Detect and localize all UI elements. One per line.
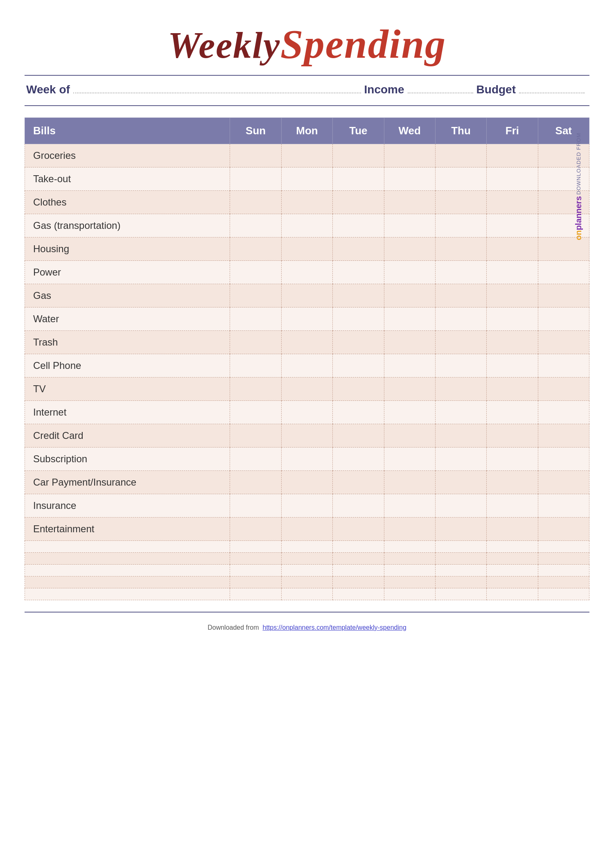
cell-sun[interactable] [230,494,281,518]
cell-tue[interactable] [333,214,384,237]
cell-sat[interactable] [538,576,589,588]
cell-wed[interactable] [384,191,435,214]
cell-thu[interactable] [435,576,486,588]
cell-sat[interactable] [538,565,589,576]
cell-sun[interactable] [230,401,281,424]
cell-mon[interactable] [281,541,332,553]
cell-fri[interactable] [487,331,538,354]
cell-fri[interactable] [487,144,538,167]
cell-sat[interactable] [538,284,589,307]
cell-thu[interactable] [435,541,486,553]
cell-sun[interactable] [230,191,281,214]
cell-fri[interactable] [487,588,538,600]
cell-thu[interactable] [435,565,486,576]
cell-fri[interactable] [487,565,538,576]
footer-url[interactable]: https://onplanners.com/template/weekly-s… [262,624,406,631]
cell-wed[interactable] [384,448,435,471]
cell-wed[interactable] [384,307,435,331]
cell-mon[interactable] [281,307,332,331]
cell-mon[interactable] [281,518,332,541]
cell-thu[interactable] [435,307,486,331]
cell-wed[interactable] [384,424,435,448]
cell-fri[interactable] [487,494,538,518]
cell-sat[interactable] [538,471,589,494]
cell-mon[interactable] [281,377,332,401]
cell-wed[interactable] [384,401,435,424]
cell-tue[interactable] [333,576,384,588]
cell-tue[interactable] [333,261,384,284]
cell-thu[interactable] [435,214,486,237]
cell-sat[interactable] [538,354,589,377]
cell-mon[interactable] [281,553,332,565]
cell-thu[interactable] [435,553,486,565]
cell-tue[interactable] [333,331,384,354]
cell-sun[interactable] [230,144,281,167]
cell-tue[interactable] [333,518,384,541]
cell-wed[interactable] [384,588,435,600]
cell-thu[interactable] [435,518,486,541]
cell-thu[interactable] [435,494,486,518]
cell-wed[interactable] [384,576,435,588]
cell-sun[interactable] [230,377,281,401]
cell-thu[interactable] [435,284,486,307]
cell-wed[interactable] [384,541,435,553]
cell-mon[interactable] [281,471,332,494]
cell-mon[interactable] [281,237,332,261]
cell-sun[interactable] [230,331,281,354]
cell-tue[interactable] [333,424,384,448]
cell-wed[interactable] [384,565,435,576]
cell-sun[interactable] [230,471,281,494]
cell-thu[interactable] [435,471,486,494]
cell-mon[interactable] [281,401,332,424]
cell-sun[interactable] [230,588,281,600]
cell-tue[interactable] [333,284,384,307]
cell-sat[interactable] [538,588,589,600]
cell-thu[interactable] [435,354,486,377]
cell-mon[interactable] [281,494,332,518]
cell-thu[interactable] [435,261,486,284]
cell-tue[interactable] [333,565,384,576]
cell-sat[interactable] [538,401,589,424]
cell-fri[interactable] [487,167,538,191]
cell-fri[interactable] [487,401,538,424]
cell-mon[interactable] [281,588,332,600]
cell-sun[interactable] [230,354,281,377]
cell-fri[interactable] [487,307,538,331]
cell-mon[interactable] [281,167,332,191]
cell-fri[interactable] [487,553,538,565]
cell-tue[interactable] [333,167,384,191]
cell-tue[interactable] [333,191,384,214]
cell-sat[interactable] [538,261,589,284]
cell-mon[interactable] [281,576,332,588]
cell-fri[interactable] [487,518,538,541]
cell-sun[interactable] [230,167,281,191]
cell-sat[interactable] [538,237,589,261]
cell-thu[interactable] [435,144,486,167]
cell-sun[interactable] [230,518,281,541]
cell-fri[interactable] [487,237,538,261]
cell-tue[interactable] [333,541,384,553]
cell-wed[interactable] [384,553,435,565]
cell-wed[interactable] [384,331,435,354]
cell-fri[interactable] [487,377,538,401]
cell-tue[interactable] [333,471,384,494]
cell-tue[interactable] [333,307,384,331]
cell-wed[interactable] [384,144,435,167]
cell-fri[interactable] [487,541,538,553]
cell-sat[interactable] [538,167,589,191]
cell-tue[interactable] [333,588,384,600]
cell-mon[interactable] [281,565,332,576]
cell-sat[interactable] [538,191,589,214]
cell-fri[interactable] [487,214,538,237]
cell-sun[interactable] [230,307,281,331]
cell-sun[interactable] [230,576,281,588]
cell-wed[interactable] [384,377,435,401]
cell-mon[interactable] [281,191,332,214]
cell-sat[interactable] [538,494,589,518]
cell-tue[interactable] [333,354,384,377]
cell-sat[interactable] [538,448,589,471]
cell-tue[interactable] [333,494,384,518]
cell-fri[interactable] [487,424,538,448]
cell-sat[interactable] [538,541,589,553]
cell-wed[interactable] [384,471,435,494]
